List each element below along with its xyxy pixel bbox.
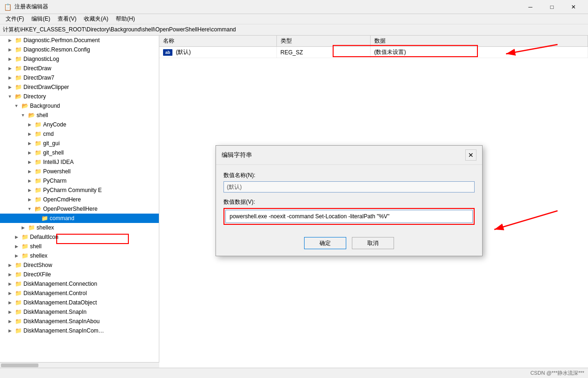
minimize-button[interactable]: ─: [520, 0, 541, 14]
expand-icon[interactable]: ▶: [26, 178, 33, 184]
tree-item-background[interactable]: ▼ 📂 Background: [0, 101, 159, 111]
tree-item-anycode[interactable]: ▶ 📁 AnyCode: [0, 120, 159, 129]
tree-item-directshow[interactable]: ▶ 📁 DirectShow: [0, 260, 159, 270]
expand-icon[interactable]: ▶: [26, 140, 33, 147]
expand-icon[interactable]: ▶: [7, 262, 13, 268]
tree-item-directdrawclipper[interactable]: ▶ 📁 DirectDrawClipper: [0, 82, 159, 92]
tree-item-shellex-directory[interactable]: ▶ 📁 shellex: [0, 251, 159, 260]
dialog-data-label: 数值数据(V):: [223, 198, 475, 206]
tree-item-diagnostic-resmon[interactable]: ▶ 📁 Diagnostic.Resmon.Config: [0, 45, 159, 54]
tree-horizontal-scrollbar[interactable]: [0, 362, 159, 368]
expand-icon[interactable]: ▼: [26, 206, 33, 212]
dialog-value-box: [223, 208, 475, 225]
tree-item-shell-directory[interactable]: ▶ 📁 shell: [0, 242, 159, 251]
tree-item-git-gui[interactable]: ▶ 📁 git_gui: [0, 139, 159, 148]
tree-item-label: DiskManagement.Control: [23, 290, 87, 296]
folder-icon: 📁: [15, 299, 22, 306]
tree-item-label: DiskManagement.Connection: [23, 281, 97, 287]
expand-icon[interactable]: ▶: [26, 121, 33, 128]
menu-favorites[interactable]: 收藏夹(A): [80, 14, 112, 24]
expand-icon[interactable]: ▶: [7, 74, 13, 81]
expand-icon[interactable]: ▶: [13, 234, 20, 240]
expand-icon[interactable]: ▶: [20, 224, 26, 231]
tree-item-command[interactable]: 📁 command: [0, 214, 159, 223]
tree-item-diagnosticlog[interactable]: ▶ 📁 DiagnosticLog: [0, 54, 159, 64]
expand-icon[interactable]: ▶: [7, 290, 13, 296]
tree-item-directdraw7[interactable]: ▶ 📁 DirectDraw7: [0, 73, 159, 82]
dialog-data-input[interactable]: [225, 210, 473, 223]
tree-item-disk-snapincom[interactable]: ▶ 📁 DiskManagement.SnapInCom…: [0, 326, 159, 335]
tree-item-label: git_shell: [43, 149, 64, 156]
menu-help[interactable]: 帮助(H): [112, 14, 139, 24]
tree-item-disk-snapin[interactable]: ▶ 📁 DiskManagement.SnapIn: [0, 307, 159, 317]
expand-icon[interactable]: ▶: [13, 252, 20, 259]
menu-edit[interactable]: 编辑(E): [28, 14, 54, 24]
expand-icon[interactable]: ▼: [13, 103, 20, 109]
scrollbar-thumb[interactable]: [1, 363, 38, 367]
tree-item-shellex-shell[interactable]: ▶ 📁 shellex: [0, 223, 159, 232]
registry-row-default[interactable]: ab (默认) REG_SZ (数值未设置): [159, 47, 588, 58]
expand-icon[interactable]: ▶: [7, 271, 13, 278]
expand-icon[interactable]: ▶: [26, 149, 33, 156]
tree-item-directxfile[interactable]: ▶ 📁 DirectXFile: [0, 270, 159, 279]
expand-icon[interactable]: ▶: [7, 37, 13, 44]
tree-item-disk-snapinabou[interactable]: ▶ 📁 DiskManagement.SnapInAbou: [0, 317, 159, 326]
tree-item-disk-connection[interactable]: ▶ 📁 DiskManagement.Connection: [0, 279, 159, 289]
expand-icon[interactable]: ▶: [7, 65, 13, 72]
dialog-ok-button[interactable]: 确定: [304, 237, 346, 249]
tree-item-intellij[interactable]: ▶ 📁 IntelliJ IDEA: [0, 157, 159, 167]
expand-icon[interactable]: ▶: [26, 131, 33, 137]
dialog-close-button[interactable]: ✕: [465, 149, 476, 161]
menu-view[interactable]: 查看(V): [54, 14, 80, 24]
expand-icon[interactable]: ▶: [26, 168, 33, 175]
tree-item-opencmdhere[interactable]: ▶ 📁 OpenCmdHere: [0, 195, 159, 204]
tree-pane[interactable]: ▶ 📁 Diagnostic.Perfmon.Document ▶ 📁 Diag…: [0, 36, 159, 378]
title-controls: ─ □ ✕: [520, 0, 584, 14]
folder-icon: 📁: [15, 83, 22, 91]
expand-icon[interactable]: ▶: [7, 318, 13, 325]
expand-icon[interactable]: ▶: [7, 84, 13, 90]
tree-item-pycharm-community[interactable]: ▶ 📁 PyCharm Community E: [0, 185, 159, 195]
dialog-body: 数值名称(N): 数值数据(V):: [216, 165, 482, 231]
tree-item-directdraw[interactable]: ▶ 📁 DirectDraw: [0, 64, 159, 73]
folder-icon: 📁: [15, 261, 22, 269]
expand-icon[interactable]: ▶: [7, 46, 13, 53]
tree-item-git-shell[interactable]: ▶ 📁 git_shell: [0, 148, 159, 157]
tree-item-cmd[interactable]: ▶ 📁 cmd: [0, 129, 159, 139]
dialog-name-input[interactable]: [223, 181, 475, 193]
folder-icon: 📁: [34, 158, 42, 166]
tree-item-powershell[interactable]: ▶ 📁 Powershell: [0, 167, 159, 176]
dialog-cancel-button[interactable]: 取消: [352, 237, 394, 249]
expand-icon[interactable]: ▶: [26, 187, 33, 193]
expand-icon[interactable]: ▶: [7, 309, 13, 315]
expand-icon[interactable]: ▶: [26, 196, 33, 203]
dialog-title-text: 编辑字符串: [222, 151, 252, 159]
dialog-name-label: 数值名称(N):: [223, 171, 475, 179]
folder-icon: 📁: [21, 233, 29, 241]
expand-icon[interactable]: ▼: [20, 112, 26, 119]
folder-icon: 📁: [34, 149, 42, 156]
expand-icon[interactable]: ▼: [7, 93, 13, 100]
expand-icon[interactable]: ▶: [7, 327, 13, 334]
expand-icon[interactable]: ▶: [7, 56, 13, 62]
folder-icon: 📁: [15, 289, 22, 297]
address-bar: 计算机\HKEY_CLASSES_ROOT\Directory\Backgrou…: [0, 24, 588, 36]
tree-item-diagnostic-perfmon[interactable]: ▶ 📁 Diagnostic.Perfmon.Document: [0, 36, 159, 45]
tree-item-defaulticon[interactable]: ▶ 📁 DefaultIcon: [0, 232, 159, 242]
tree-item-openpowershellhere[interactable]: ▼ 📂 OpenPowerShellHere: [0, 204, 159, 214]
folder-open-icon: 📂: [34, 205, 42, 213]
edit-string-dialog[interactable]: 编辑字符串 ✕ 数值名称(N): 数值数据(V): 确定 取消: [216, 145, 483, 256]
expand-icon[interactable]: ▶: [26, 159, 33, 165]
expand-icon[interactable]: ▶: [7, 281, 13, 287]
tree-item-shell[interactable]: ▼ 📂 shell: [0, 111, 159, 120]
expand-icon[interactable]: ▶: [7, 299, 13, 306]
tree-item-disk-control[interactable]: ▶ 📁 DiskManagement.Control: [0, 289, 159, 298]
menu-file[interactable]: 文件(F): [2, 14, 28, 24]
expand-icon[interactable]: ▶: [13, 243, 20, 250]
tree-item-directory[interactable]: ▼ 📂 Directory: [0, 92, 159, 101]
tree-item-pycharm[interactable]: ▶ 📁 PyCharm: [0, 176, 159, 185]
close-button[interactable]: ✕: [563, 0, 584, 14]
reg-type-cell: REG_SZ: [276, 47, 370, 58]
maximize-button[interactable]: □: [541, 0, 563, 14]
tree-item-disk-dataobject[interactable]: ▶ 📁 DiskManagement.DataObject: [0, 298, 159, 307]
